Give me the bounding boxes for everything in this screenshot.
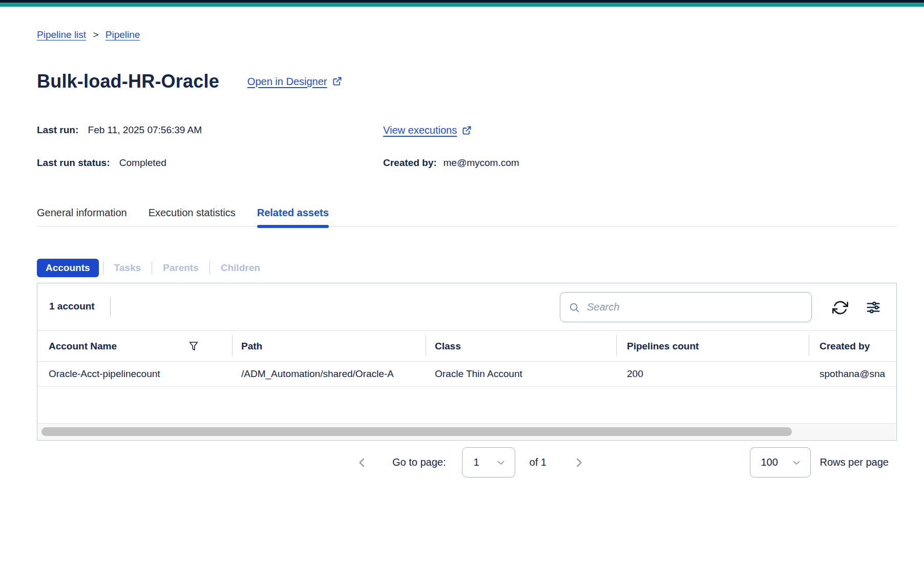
next-page-button[interactable]: [572, 456, 585, 469]
last-run-value: Feb 11, 2025 07:56:39 AM: [88, 124, 202, 135]
go-to-page-label: Go to page:: [392, 456, 446, 468]
created-by-label: Created by:: [383, 157, 437, 169]
column-header-account-name: Account Name: [37, 331, 232, 361]
chevron-down-icon: [495, 457, 507, 468]
toolbar-divider: [110, 297, 111, 317]
asset-tab-tasks[interactable]: Tasks: [112, 262, 143, 274]
pagination-right: 100 Rows per page: [750, 447, 889, 477]
chevron-down-icon: [791, 457, 802, 468]
column-header-class: Class: [426, 331, 616, 361]
open-in-designer-label: Open in Designer: [247, 76, 327, 88]
pill-divider: [103, 261, 103, 275]
meta-row-status: Last run status: Completed Created by: m…: [37, 157, 897, 170]
breadcrumb-separator: >: [93, 29, 98, 40]
pagination: Go to page: 1 of 1: [37, 447, 897, 478]
cell-pipelines-count: 200: [616, 362, 809, 386]
column-header-label: Class: [435, 341, 461, 352]
page-total-label: of 1: [530, 456, 547, 468]
horizontal-scrollbar[interactable]: [38, 423, 896, 440]
top-teal-bar: [0, 3, 924, 7]
funnel-filter-icon: [187, 340, 200, 352]
open-in-designer-link[interactable]: Open in Designer: [247, 76, 342, 88]
created-by-value: me@mycom.com: [444, 157, 519, 169]
column-header-path: Path: [232, 331, 426, 361]
rows-per-page-value: 100: [761, 456, 778, 468]
sliders-icon: [866, 300, 881, 315]
asset-tab-children[interactable]: Children: [219, 262, 262, 274]
column-settings-button[interactable]: [865, 299, 882, 316]
breadcrumb-link-pipeline[interactable]: Pipeline: [106, 29, 140, 40]
column-header-label: Pipelines count: [627, 341, 699, 352]
account-count: 1 account: [49, 301, 95, 312]
column-header-pipelines-count: Pipelines count: [616, 331, 809, 361]
chevron-left-icon: [355, 456, 369, 469]
cell-class: Oracle Thin Account: [426, 362, 616, 386]
last-run-label: Last run:: [37, 124, 78, 135]
asset-type-switcher: Accounts Tasks Parents Children: [37, 259, 897, 277]
cell-created-by: spothana@sna: [809, 362, 896, 386]
previous-page-button[interactable]: [355, 456, 369, 469]
asset-tab-parents[interactable]: Parents: [161, 262, 201, 274]
search-input[interactable]: [587, 301, 803, 313]
pagination-center: Go to page: 1 of 1: [355, 447, 585, 477]
search-icon: [569, 302, 580, 313]
meta-row-last-run: Last run: Feb 11, 2025 07:56:39 AM View …: [37, 124, 897, 137]
filter-button[interactable]: [187, 340, 200, 353]
page-select-value: 1: [474, 456, 479, 468]
breadcrumb: Pipeline list > Pipeline: [37, 29, 897, 40]
last-run-status-label: Last run status:: [37, 157, 110, 168]
tab-related-assets[interactable]: Related assets: [257, 206, 329, 219]
page-title: Bulk-load-HR-Oracle: [37, 70, 219, 93]
tab-bar: General information Execution statistics…: [37, 206, 897, 226]
rows-per-page-label: Rows per page: [820, 456, 889, 468]
table-header-row: Account Name Path Class: [37, 331, 896, 362]
column-header-label: Path: [241, 341, 262, 352]
page-select[interactable]: 1: [462, 447, 515, 477]
tab-general-information[interactable]: General information: [37, 206, 127, 219]
table-row[interactable]: Oracle-Acct-pipelinecount /ADM_Automatio…: [37, 362, 896, 387]
refresh-button[interactable]: [831, 299, 849, 316]
title-row: Bulk-load-HR-Oracle Open in Designer: [37, 70, 897, 93]
external-link-icon: [461, 126, 472, 136]
column-header-label: Created by: [820, 341, 870, 352]
column-header-created-by: Created by: [809, 331, 896, 361]
last-run-status-value: Completed: [119, 157, 166, 168]
pill-divider: [209, 261, 210, 275]
refresh-icon: [832, 300, 848, 316]
column-header-label: Account Name: [49, 341, 117, 352]
scrollbar-thumb[interactable]: [41, 427, 792, 436]
search-box: [560, 292, 812, 322]
view-executions-link[interactable]: View executions: [383, 124, 457, 136]
accounts-table-card: 1 account: [37, 283, 897, 441]
pill-divider: [152, 261, 152, 275]
cell-path: /ADM_Automation/shared/Oracle-A: [232, 362, 426, 386]
breadcrumb-link-pipeline-list[interactable]: Pipeline list: [37, 29, 86, 40]
asset-tab-accounts[interactable]: Accounts: [37, 259, 99, 277]
cell-account-name: Oracle-Acct-pipelinecount: [37, 362, 232, 386]
page: Pipeline list > Pipeline Bulk-load-HR-Or…: [0, 0, 924, 582]
external-link-icon: [332, 76, 342, 87]
rows-per-page-select[interactable]: 100: [750, 447, 811, 477]
tab-execution-statistics[interactable]: Execution statistics: [149, 206, 236, 219]
chevron-right-icon: [572, 456, 585, 469]
table-toolbar: 1 account: [37, 283, 896, 331]
